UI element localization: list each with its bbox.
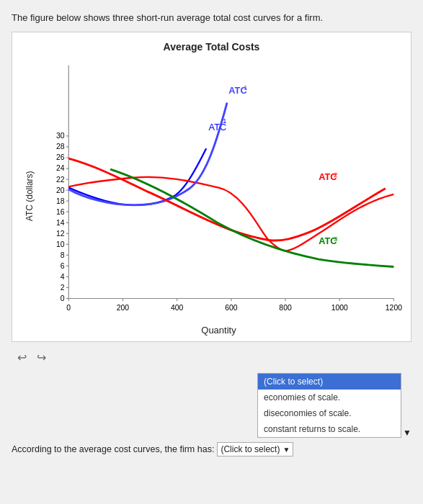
svg-text:0: 0 — [61, 294, 65, 302]
svg-text:3: 3 — [334, 235, 337, 243]
svg-text:12: 12 — [56, 230, 65, 238]
y-axis-label: ATC (dollars) — [21, 57, 35, 336]
redo-button[interactable]: ↪ — [34, 349, 49, 366]
svg-text:24: 24 — [56, 165, 65, 173]
svg-text:400: 400 — [171, 304, 184, 312]
svg-text:14: 14 — [56, 219, 65, 227]
svg-text:1: 1 — [244, 84, 247, 91]
svg-text:600: 600 — [225, 304, 238, 312]
svg-text:2: 2 — [61, 284, 65, 292]
dropdown-option-2[interactable]: diseconomies of scale. — [258, 405, 401, 421]
svg-text:800: 800 — [279, 304, 292, 312]
svg-text:16: 16 — [56, 208, 65, 216]
svg-text:28: 28 — [56, 143, 65, 151]
undo-button[interactable]: ↩ — [14, 349, 30, 366]
svg-text:30: 30 — [56, 132, 65, 140]
dropdown-arrow-icon: ▼ — [403, 428, 411, 438]
svg-text:18: 18 — [56, 197, 65, 205]
chart-title: Average Total Costs — [21, 41, 402, 53]
svg-text:6: 6 — [61, 262, 65, 270]
chart-svg: 0 2 4 6 8 10 12 14 16 18 20 22 24 26 28 … — [35, 57, 402, 323]
svg-text:2: 2 — [334, 171, 337, 179]
chart-inner: 0 2 4 6 8 10 12 14 16 18 20 22 24 26 28 … — [35, 57, 402, 336]
question-text: According to the average cost curves, th… — [12, 444, 214, 454]
svg-text:22: 22 — [56, 176, 65, 184]
x-axis-label: Quantity — [35, 325, 402, 336]
dropdown-option-3[interactable]: constant returns to scale. — [258, 421, 401, 437]
chart-container: Average Total Costs ATC (dollars) 0 2 4 … — [12, 32, 411, 342]
svg-text:200: 200 — [117, 304, 130, 312]
dropdown-option-1[interactable]: economies of scale. — [258, 390, 401, 405]
inline-answer-dropdown[interactable]: (Click to select) ▼ — [217, 442, 293, 456]
dropdown-option-0[interactable]: (Click to select) — [258, 374, 401, 390]
bottom-area: ↩ ↪ (Click to select) economies of scale… — [12, 349, 411, 456]
svg-text:1200: 1200 — [386, 304, 402, 312]
inline-dropdown-arrow-icon: ▼ — [282, 446, 290, 454]
undo-redo-group: ↩ ↪ — [12, 349, 411, 366]
question-row: According to the average cost curves, th… — [12, 442, 411, 456]
svg-text:10: 10 — [56, 240, 65, 248]
svg-text:8: 8 — [61, 251, 65, 259]
svg-text:4: 4 — [61, 273, 65, 281]
answer-dropdown[interactable]: (Click to select) economies of scale. di… — [257, 373, 401, 438]
svg-text:26: 26 — [56, 154, 65, 162]
inline-dropdown-label: (Click to select) — [221, 444, 280, 454]
svg-text:1000: 1000 — [331, 304, 348, 312]
svg-text:20: 20 — [56, 186, 65, 194]
intro-text: The figure below shows three short-run a… — [12, 12, 411, 24]
svg-text:0: 0 — [66, 304, 71, 312]
